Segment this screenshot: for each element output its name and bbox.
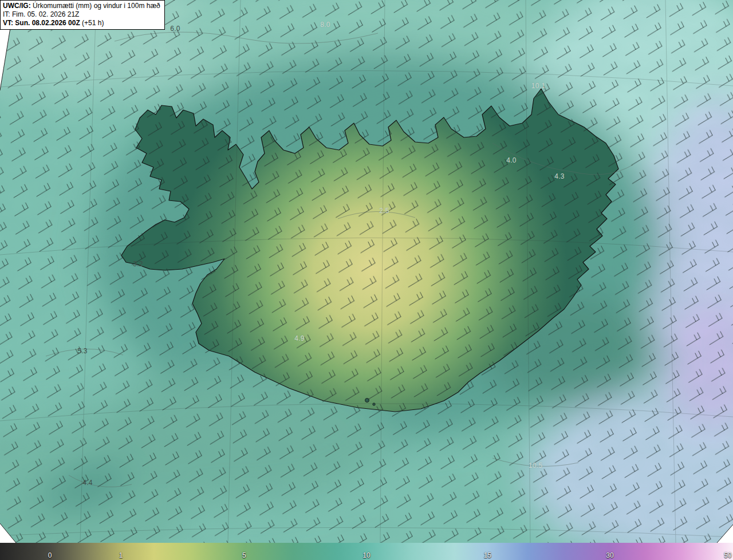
valid-label: VT: bbox=[3, 19, 13, 27]
map-canvas: 6.08.010.14.04.32.53.25.34.94.410.5 UWC/… bbox=[0, 0, 733, 543]
map-title: Úrkomumætti (mm) og vindur i 100m hæð bbox=[33, 2, 160, 10]
wind-barbs-layer bbox=[0, 0, 733, 543]
precipitation-wind-map bbox=[0, 0, 733, 543]
colorbar-tick-label: 15 bbox=[484, 551, 491, 559]
title-line: UWC/IG: Úrkomumætti (mm) og vindur i 100… bbox=[3, 2, 160, 10]
model-label: UWC/IG: bbox=[3, 2, 31, 10]
colorbar-tick-label: 5 bbox=[242, 551, 246, 559]
colorbar-tick-label: 0 bbox=[48, 551, 52, 559]
init-time: IT: Fim. 05. 02. 2026 21Z bbox=[3, 10, 160, 19]
colorbar-tick-label: 1 bbox=[119, 551, 123, 559]
map-title-box: UWC/IG: Úrkomumætti (mm) og vindur i 100… bbox=[0, 0, 165, 30]
precipitation-colorbar: 01510153050 bbox=[0, 543, 733, 560]
valid-time: Sun. 08.02.2026 00Z bbox=[15, 19, 80, 27]
valid-offset: (+51 h) bbox=[82, 19, 104, 27]
valid-time-line: VT: Sun. 08.02.2026 00Z (+51 h) bbox=[3, 19, 160, 27]
colorbar-tick-label: 50 bbox=[724, 551, 731, 559]
colorbar-tick-label: 10 bbox=[362, 551, 370, 559]
weather-map-page: 6.08.010.14.04.32.53.25.34.94.410.5 UWC/… bbox=[0, 0, 733, 560]
colorbar-tick-label: 30 bbox=[606, 551, 613, 559]
